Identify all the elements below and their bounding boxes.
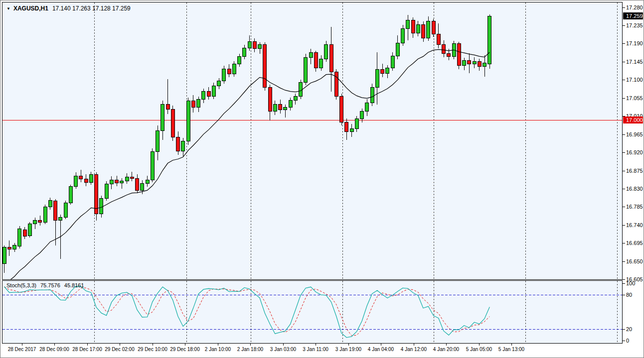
candle <box>243 45 246 59</box>
candle <box>248 35 251 51</box>
price-axis-tick-label: 17.100 <box>626 77 643 83</box>
price-axis-tick-label: 16.920 <box>626 149 643 155</box>
stochastic-main-line <box>4 286 490 338</box>
high-value: 17.263 <box>72 5 91 12</box>
open-value: 17.140 <box>52 5 71 12</box>
main-chart-panel[interactable]: ▼XAGUSD,H117.140 17.263 17.128 17.259 <box>2 2 623 280</box>
time-axis-tick <box>381 344 381 346</box>
price-axis-tick <box>623 189 625 189</box>
candle <box>468 53 471 74</box>
stochastic-main-value: 75.7576 <box>40 282 60 288</box>
moving-average-line <box>4 49 490 279</box>
price-axis-tick <box>623 243 625 243</box>
candle <box>258 42 262 54</box>
candle <box>268 85 272 120</box>
stochastic-canvas[interactable] <box>2 281 622 343</box>
candle <box>442 40 446 57</box>
candle <box>329 27 333 92</box>
time-axis[interactable]: 28 Dec 201728 Dec 09:0028 Dec 17:0029 De… <box>2 344 623 358</box>
candle <box>355 116 358 132</box>
price-axis-tick <box>623 279 625 280</box>
candle <box>345 119 348 140</box>
main-chart-canvas[interactable] <box>2 2 622 279</box>
stoch-axis-tick <box>623 341 625 341</box>
candle <box>186 98 190 145</box>
candle <box>191 95 195 113</box>
stoch-axis-tick-label: 80 <box>626 292 632 298</box>
candle <box>263 42 267 90</box>
candle <box>146 176 149 187</box>
time-axis-tick <box>446 344 447 346</box>
time-axis-tick <box>511 344 512 346</box>
price-axis-tick-label: 16.785 <box>626 204 643 210</box>
candle <box>427 16 430 41</box>
time-axis-tick <box>250 344 251 346</box>
symbol-dropdown-icon[interactable]: ▼ <box>6 6 10 11</box>
candle <box>432 19 435 37</box>
candle <box>483 55 486 76</box>
candle <box>2 245 6 273</box>
candle <box>314 51 318 72</box>
current-price-badge: 17.259 <box>623 12 643 19</box>
candle <box>202 89 205 103</box>
time-axis-label: 5 Jan 13:00 <box>489 347 534 352</box>
candle <box>33 218 37 229</box>
candle <box>13 243 16 252</box>
time-axis-tick <box>185 344 185 346</box>
time-axis-tick <box>22 344 22 346</box>
candle <box>227 64 231 77</box>
candle <box>386 65 389 78</box>
candle <box>105 181 108 201</box>
close-value: 17.259 <box>112 5 131 12</box>
candle <box>222 66 226 84</box>
price-axis-tick <box>623 171 625 171</box>
stoch-axis-tick <box>623 329 625 330</box>
chart-window: ▼XAGUSD,H117.140 17.263 17.128 17.259 St… <box>0 0 644 358</box>
candle <box>416 21 420 36</box>
candle <box>151 148 154 182</box>
time-axis-tick <box>218 344 218 346</box>
price-axis-tick <box>623 134 625 135</box>
candle <box>23 227 26 239</box>
price-axis[interactable]: 17.259 17.000 17.28017.23517.19017.14517… <box>623 0 644 344</box>
candle <box>422 21 425 42</box>
candle <box>309 49 313 64</box>
candle <box>350 124 353 137</box>
price-axis-tick-label: 17.145 <box>626 59 643 65</box>
candle <box>238 54 241 67</box>
symbol-timeframe-label: XAGUSD,H1 <box>13 5 48 12</box>
candle <box>120 178 124 189</box>
candle <box>156 125 160 160</box>
price-axis-tick-label: 17.055 <box>626 95 643 101</box>
stoch-axis-tick-label: 0 <box>626 338 629 344</box>
candle <box>18 226 21 248</box>
candle <box>38 216 42 226</box>
candle <box>28 222 31 238</box>
candle <box>207 87 210 100</box>
stochastic-panel[interactable]: Stoch(5,3,3) 75.7576 45.8161 <box>2 280 623 344</box>
time-axis-tick <box>120 344 120 346</box>
time-axis-tick <box>479 344 480 346</box>
stochastic-signal-line <box>4 287 490 336</box>
candle <box>284 105 287 118</box>
candle <box>396 35 399 60</box>
candle <box>166 79 169 114</box>
candle <box>324 41 328 62</box>
price-level-badge: 17.000 <box>623 117 643 123</box>
candle <box>48 198 52 210</box>
price-axis-tick <box>623 261 625 262</box>
stoch-axis-tick <box>623 283 625 284</box>
stoch-axis-tick-label: 100 <box>626 280 635 286</box>
price-axis-tick-label: 17.280 <box>626 4 643 10</box>
price-axis-tick-label: 16.965 <box>626 131 643 137</box>
price-axis-tick <box>623 62 625 62</box>
symbol-ohlc-header: ▼XAGUSD,H117.140 17.263 17.128 17.259 <box>6 5 131 12</box>
candle <box>130 172 134 181</box>
stoch-axis-tick <box>623 295 625 295</box>
price-axis-tick-label: 16.875 <box>626 168 643 174</box>
candle <box>406 15 410 40</box>
candle <box>478 59 481 71</box>
price-axis-tick <box>623 43 625 44</box>
stoch-axis-tick-label: 20 <box>626 326 632 332</box>
candle <box>79 170 83 182</box>
